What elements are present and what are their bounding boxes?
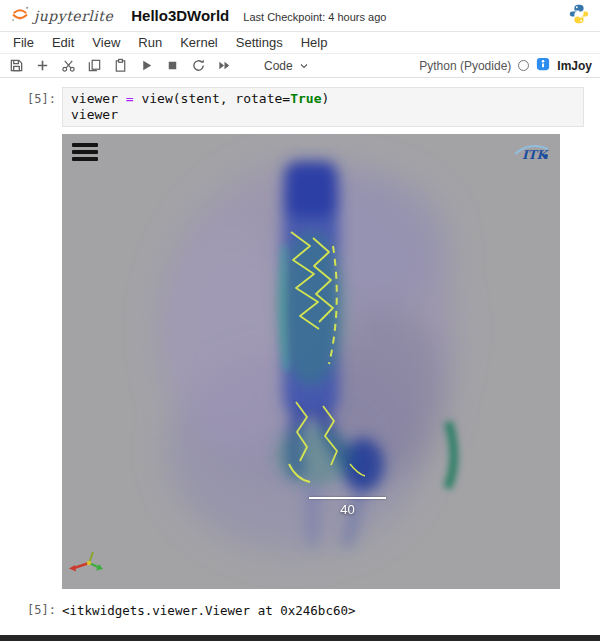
output-repr: <itkwidgets.viewer.Viewer at 0x246bc60> xyxy=(62,598,356,618)
scale-bar-value: 40 xyxy=(309,502,386,517)
clipboard-icon xyxy=(113,58,128,73)
code-cell: [5]: viewer = view(stent, rotate=True) v… xyxy=(0,87,600,127)
scale-bar: 40 xyxy=(309,497,386,517)
volume-rendering[interactable] xyxy=(62,134,560,589)
menu-file[interactable]: File xyxy=(4,35,43,50)
text-output-area: [5]: <itkwidgets.viewer.Viewer at 0x246b… xyxy=(0,598,600,618)
progress-bar xyxy=(0,635,600,641)
copy-icon xyxy=(87,58,102,73)
orientation-axes-widget[interactable] xyxy=(67,546,105,584)
cell-type-dropdown[interactable]: Code xyxy=(264,59,310,73)
save-button[interactable] xyxy=(8,57,25,74)
output-prompt: [5]: xyxy=(0,598,62,617)
jupyterlite-window: jupyterlite Hello3DWorld Last Checkpoint… xyxy=(0,0,600,641)
save-icon xyxy=(9,58,24,73)
notebook-title[interactable]: Hello3DWorld xyxy=(131,7,229,24)
interrupt-kernel-button[interactable] xyxy=(164,57,181,74)
widget-output-area: ITK 40 xyxy=(0,134,600,589)
restart-icon xyxy=(191,58,206,73)
menu-view[interactable]: View xyxy=(83,35,129,50)
kernel-name[interactable]: Python (Pyodide) xyxy=(419,59,511,73)
jupyter-logo-icon xyxy=(10,4,30,28)
restart-run-all-button[interactable] xyxy=(216,57,233,74)
axes-icon xyxy=(67,546,105,580)
add-cell-button[interactable] xyxy=(34,57,51,74)
itk-logo: ITK xyxy=(510,139,552,168)
stop-icon xyxy=(165,58,180,73)
copy-cell-button[interactable] xyxy=(86,57,103,74)
plus-icon xyxy=(35,58,50,73)
imjoy-icon xyxy=(536,57,550,75)
kernel-status-icon xyxy=(518,60,529,71)
cell-type-value: Code xyxy=(264,59,293,73)
cut-cell-button[interactable] xyxy=(60,57,77,74)
paste-cell-button[interactable] xyxy=(112,57,129,74)
viewer-menu-button[interactable] xyxy=(72,143,98,161)
output-prompt-empty xyxy=(0,134,62,139)
run-icon xyxy=(139,58,154,73)
logo-text: jupyterlite xyxy=(34,8,113,24)
run-cell-button[interactable] xyxy=(138,57,155,74)
menu-kernel[interactable]: Kernel xyxy=(171,35,227,50)
notebook-panel: [5]: viewer = view(stent, rotate=True) v… xyxy=(0,78,600,618)
notebook-toolbar: Code Python (Pyodide) ImJoy xyxy=(0,54,600,78)
input-prompt: [5]: xyxy=(0,87,62,106)
code-token: True xyxy=(290,91,321,106)
menu-edit[interactable]: Edit xyxy=(43,35,83,50)
scissors-icon xyxy=(61,58,76,73)
code-editor[interactable]: viewer = view(stent, rotate=True) viewer xyxy=(62,87,584,127)
scale-bar-line xyxy=(309,497,386,499)
imjoy-button[interactable]: ImJoy xyxy=(557,59,592,73)
restart-kernel-button[interactable] xyxy=(190,57,207,74)
code-token: viewer xyxy=(71,107,118,122)
jupyterlite-logo[interactable]: jupyterlite xyxy=(10,4,113,28)
python-logo-icon xyxy=(568,3,590,29)
chevron-down-icon xyxy=(298,60,310,72)
header: jupyterlite Hello3DWorld Last Checkpoint… xyxy=(0,0,600,32)
fast-forward-icon xyxy=(217,58,232,73)
code-token: view(stent, rotate= xyxy=(141,91,290,106)
code-token: ) xyxy=(321,91,329,106)
menu-bar: File Edit View Run Kernel Settings Help xyxy=(0,32,600,54)
itk-3d-viewer[interactable]: ITK 40 xyxy=(62,134,560,589)
menu-help[interactable]: Help xyxy=(292,35,337,50)
menu-settings[interactable]: Settings xyxy=(227,35,292,50)
menu-run[interactable]: Run xyxy=(129,35,171,50)
hamburger-icon xyxy=(72,143,98,147)
checkpoint-status: Last Checkpoint: 4 hours ago xyxy=(243,11,386,23)
code-token: = xyxy=(126,91,142,106)
code-token: viewer xyxy=(71,91,126,106)
